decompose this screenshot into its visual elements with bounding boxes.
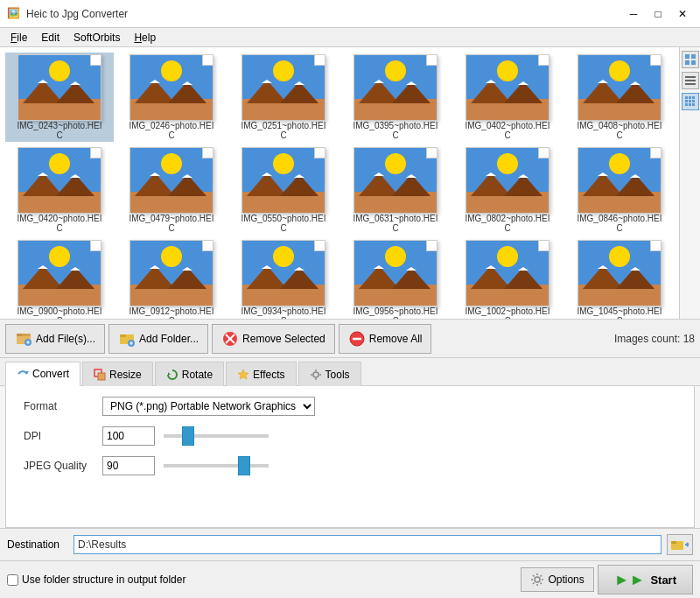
svg-point-71: [497, 153, 518, 174]
tab-effects[interactable]: Effects: [226, 362, 296, 386]
image-label: IMG_0934~photo.HEIC: [240, 306, 327, 319]
svg-rect-133: [685, 96, 688, 99]
list-item[interactable]: IMG_0550~photo.HEIC: [229, 145, 338, 235]
list-item[interactable]: IMG_1045~photo.HEIC: [565, 238, 674, 319]
dpi-slider[interactable]: [164, 434, 269, 438]
right-buttons: Options ►► Start: [521, 565, 693, 594]
svg-rect-141: [692, 103, 695, 106]
jpeg-quality-input[interactable]: [102, 456, 155, 475]
add-files-label: Add File(s)...: [36, 333, 95, 345]
svg-point-99: [273, 246, 294, 267]
svg-rect-127: [691, 54, 696, 59]
tab-convert[interactable]: Convert: [5, 362, 80, 386]
tab-resize[interactable]: Resize: [82, 362, 153, 386]
svg-rect-136: [685, 100, 688, 102]
svg-point-15: [273, 60, 294, 81]
start-button[interactable]: ►► Start: [598, 565, 693, 594]
list-item[interactable]: IMG_0243~photo.HEIC: [5, 53, 114, 142]
add-folder-label: Add Folder...: [139, 333, 199, 345]
format-label: Format: [24, 400, 94, 412]
maximize-button[interactable]: □: [648, 6, 668, 22]
destination-label: Destination: [7, 538, 68, 551]
menu-softorbits[interactable]: SoftOrbits: [66, 30, 127, 46]
start-label: Start: [650, 573, 676, 587]
minimize-button[interactable]: ─: [623, 6, 644, 22]
remove-selected-button[interactable]: Remove Selected: [212, 324, 335, 354]
view-large-icon[interactable]: [682, 51, 699, 68]
list-item[interactable]: IMG_0479~photo.HEIC: [117, 145, 226, 235]
tab-rotate[interactable]: Rotate: [155, 362, 224, 386]
svg-point-120: [609, 246, 630, 267]
list-item[interactable]: IMG_0395~photo.HEIC: [341, 53, 450, 142]
svg-rect-132: [685, 83, 696, 85]
remove-all-icon: [348, 330, 366, 348]
list-item[interactable]: IMG_0251~photo.HEIC: [229, 53, 338, 142]
list-item[interactable]: IMG_0846~photo.HEIC: [565, 145, 674, 235]
jpeg-quality-label: JPEG Quality: [24, 460, 94, 472]
svg-marker-161: [168, 372, 171, 375]
dpi-slider-container: [164, 434, 676, 438]
list-item[interactable]: IMG_0802~photo.HEIC: [453, 145, 562, 235]
svg-rect-144: [17, 334, 22, 336]
window-controls: ─ □ ✕: [623, 6, 693, 22]
add-folder-icon: [118, 330, 136, 348]
add-files-icon: [15, 330, 32, 348]
options-button[interactable]: Options: [521, 567, 593, 592]
list-item[interactable]: IMG_0631~photo.HEIC: [341, 145, 450, 235]
svg-rect-130: [685, 76, 696, 78]
list-item[interactable]: IMG_0246~photo.HEIC: [117, 53, 226, 142]
app-title: Heic to Jpg Converter: [26, 8, 128, 20]
list-item[interactable]: IMG_0420~photo.HEIC: [5, 145, 114, 235]
list-item[interactable]: IMG_0408~photo.HEIC: [565, 53, 674, 142]
app-icon: 🖼️: [7, 7, 21, 21]
svg-point-106: [385, 246, 406, 267]
svg-point-43: [49, 153, 70, 174]
view-panel: [679, 47, 700, 319]
image-label: IMG_0550~photo.HEIC: [240, 214, 327, 233]
svg-rect-160: [98, 373, 105, 380]
list-item[interactable]: IMG_1002~photo.HEIC: [453, 238, 562, 319]
list-item[interactable]: IMG_0956~photo.HEIC: [341, 238, 450, 319]
svg-rect-131: [685, 80, 696, 81]
svg-point-29: [497, 60, 518, 81]
svg-point-78: [609, 153, 630, 174]
add-files-button[interactable]: Add File(s)...: [5, 324, 105, 354]
folder-structure-checkbox[interactable]: [7, 574, 18, 586]
browse-button[interactable]: [667, 534, 693, 555]
svg-point-92: [161, 246, 182, 267]
jpeg-slider-container: [164, 464, 676, 468]
image-grid[interactable]: IMG_0243~photo.HEICIMG_0246~photo.HEICIM…: [0, 47, 679, 319]
menu-file[interactable]: File: [4, 30, 34, 46]
remove-all-button[interactable]: Remove All: [339, 324, 432, 354]
menu-edit[interactable]: Edit: [34, 30, 66, 46]
svg-rect-152: [131, 341, 132, 345]
svg-rect-138: [692, 100, 695, 102]
list-item[interactable]: IMG_0402~photo.HEIC: [453, 53, 562, 142]
folder-structure-row: Use folder structure in output folder: [7, 573, 186, 586]
list-item[interactable]: IMG_0900~photo.HEIC: [5, 238, 114, 319]
format-select[interactable]: PNG (*.png) Portable Network Graphics: [102, 397, 315, 416]
image-label: IMG_0243~photo.HEIC: [16, 121, 103, 140]
effects-icon: [237, 369, 249, 381]
rotate-icon: [166, 369, 178, 381]
image-label: IMG_0802~photo.HEIC: [464, 214, 551, 233]
destination-input[interactable]: [74, 535, 662, 554]
list-item[interactable]: IMG_0934~photo.HEIC: [229, 238, 338, 319]
main-content: IMG_0243~photo.HEICIMG_0246~photo.HEICIM…: [0, 47, 700, 598]
list-item[interactable]: IMG_0912~photo.HEIC: [117, 238, 226, 319]
tab-tools[interactable]: Tools: [298, 362, 361, 386]
dpi-input[interactable]: [102, 426, 155, 446]
svg-rect-134: [689, 96, 691, 99]
view-thumbnail[interactable]: [682, 93, 699, 110]
jpeg-quality-slider[interactable]: [164, 464, 269, 468]
svg-point-36: [609, 60, 630, 81]
svg-marker-162: [238, 369, 248, 379]
svg-rect-129: [691, 60, 696, 65]
menu-help[interactable]: Help: [127, 30, 163, 46]
close-button[interactable]: ✕: [672, 6, 693, 22]
tabs-bar: Convert Resize Rotate Effects Tools: [0, 358, 700, 386]
add-folder-button[interactable]: Add Folder...: [108, 324, 208, 354]
svg-rect-128: [685, 60, 690, 65]
view-list[interactable]: [682, 72, 699, 89]
svg-rect-147: [28, 341, 29, 344]
